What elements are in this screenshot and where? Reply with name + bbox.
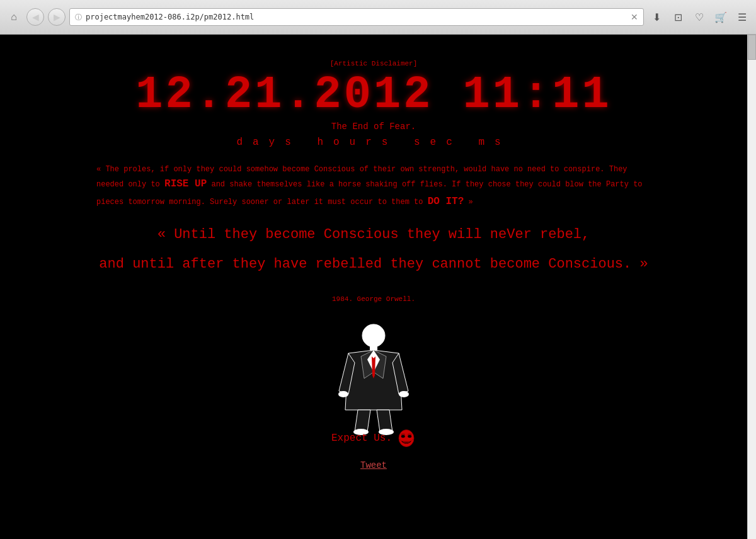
page-content: [Artistic Disclaimer] 12.21.2012 11:11 T…: [0, 35, 747, 539]
expect-us-section: Expect Us.: [331, 429, 416, 448]
end-of-fear-text: The End of Fear.: [331, 122, 416, 132]
svg-point-6: [399, 429, 414, 446]
browser-toolbar-right: ⬇ ⊡ ♡ 🛒 ☰: [648, 8, 751, 26]
lock-icon: ⓘ: [75, 13, 82, 22]
large-quote-line2: and until after they have rebelled they …: [96, 252, 651, 276]
svg-point-8: [408, 434, 411, 438]
rise-up-text: RISE UP: [164, 178, 207, 190]
scrollbar-thumb[interactable]: [748, 35, 756, 60]
scrollbar-track[interactable]: [747, 35, 756, 539]
anon-mask-icon: [397, 429, 416, 448]
tweet-button[interactable]: Tweet: [360, 460, 387, 470]
bookmark-button[interactable]: ♡: [690, 8, 708, 26]
url-text: projectmayhem2012-086.i2p/pm2012.html: [86, 13, 254, 21]
expect-us-text: Expect Us.: [331, 433, 392, 444]
disclaimer-text: [Artistic Disclaimer]: [330, 60, 418, 67]
large-quote-block: « Until they become Conscious they will …: [96, 223, 651, 283]
back-button[interactable]: ◀: [26, 8, 44, 26]
do-it-text: DO IT?: [428, 196, 464, 207]
small-quote-block: « The proles, if only they could somehow…: [96, 163, 651, 210]
page-wrapper: [Artistic Disclaimer] 12.21.2012 11:11 T…: [0, 35, 756, 539]
browser-chrome: ⌂ ◀ ▶ ⓘ projectmayhem2012-086.i2p/pm2012…: [0, 0, 756, 35]
address-clear-icon[interactable]: ✕: [631, 12, 638, 22]
download-button[interactable]: ⬇: [648, 8, 665, 26]
countdown-display: 12.21.2012 11:11: [135, 72, 611, 118]
menu-button[interactable]: ☰: [733, 8, 751, 26]
suit-figure: [336, 322, 411, 423]
window-button[interactable]: ⊡: [669, 8, 687, 26]
home-button[interactable]: ⌂: [5, 8, 23, 26]
svg-point-2: [338, 391, 348, 397]
attribution-text: 1984. George Orwell.: [332, 295, 415, 303]
address-bar[interactable]: ⓘ projectmayhem2012-086.i2p/pm2012.html …: [69, 8, 644, 26]
svg-point-3: [399, 391, 409, 397]
countdown-labels: days hours sec ms: [236, 137, 510, 148]
cart-button[interactable]: 🛒: [712, 8, 730, 26]
svg-point-0: [362, 324, 385, 347]
svg-point-7: [401, 434, 405, 438]
small-quote-text: « The proles, if only they could somehow…: [96, 163, 651, 210]
forward-button[interactable]: ▶: [48, 8, 66, 26]
large-quote-line1: « Until they become Conscious they will …: [96, 223, 651, 246]
